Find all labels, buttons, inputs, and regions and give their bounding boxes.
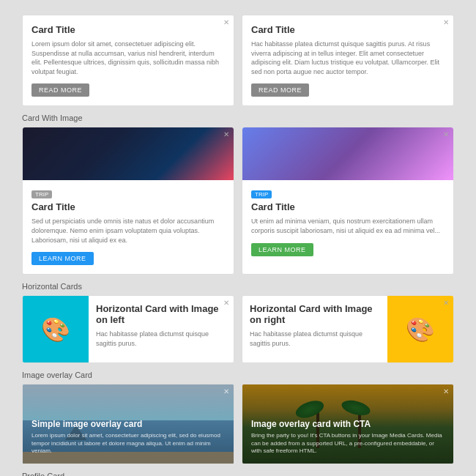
overlay-text-1: Lorem ipsum dolor sit amet, consectetuer… bbox=[31, 432, 225, 455]
palette-icon-1: 🎨 bbox=[41, 316, 70, 343]
horiz-card-title-2: Horizontal Card with Image on right bbox=[250, 303, 380, 325]
horizontal-card-1: ✕ 🎨 Horizontal Card with Image on left H… bbox=[22, 295, 234, 363]
close-icon-2[interactable]: ✕ bbox=[443, 18, 449, 26]
card-title-1: Card Title bbox=[31, 24, 225, 35]
card-image-2 bbox=[242, 127, 453, 180]
profile-section-label: Profile Card bbox=[22, 472, 454, 476]
basic-cards-row: ✕ Card Title Lorem ipsum dolor sit amet,… bbox=[22, 15, 454, 106]
card-text-2: Hac habitasse platea dictumst quisque sa… bbox=[251, 40, 445, 76]
read-more-button-2[interactable]: READ MORE bbox=[251, 83, 309, 97]
horiz-card-text-2: Hac habitasse platea dictumst quisque sa… bbox=[250, 330, 380, 348]
overlay-card-2: ✕ Image overlay card with CTA Bring the … bbox=[242, 384, 454, 464]
horiz-card-title-1: Horizontal Card with Image on left bbox=[96, 303, 226, 325]
image-card-title-2: Card Title bbox=[251, 201, 445, 212]
image-card-1: ✕ TRIP Card Title Sed ut perspiciatis un… bbox=[22, 127, 234, 275]
overlay-title-1: Simple image overlay card bbox=[31, 419, 225, 429]
basic-card-1: ✕ Card Title Lorem ipsum dolor sit amet,… bbox=[22, 15, 234, 106]
image-card-text-2: Ut enim ad minima veniam, quis nostrum e… bbox=[251, 217, 445, 235]
overlay-content-2: Image overlay card with CTA Bring the pa… bbox=[242, 384, 453, 464]
close-icon-7[interactable]: ✕ bbox=[223, 387, 229, 395]
overlay-card-1: ✕ Simple image overlay card Lorem ipsum … bbox=[22, 384, 234, 464]
overlay-content-1: Simple image overlay card Lorem ipsum do… bbox=[23, 384, 234, 464]
learn-more-button-1[interactable]: LEARN MORE bbox=[31, 252, 94, 265]
image-card-2: ✕ TRIP Card Title Ut enim ad minima veni… bbox=[242, 127, 454, 275]
close-icon-3[interactable]: ✕ bbox=[223, 130, 229, 138]
palette-icon-2: 🎨 bbox=[406, 316, 435, 343]
overlay-text-2: Bring the party to you! It's CTA buttons… bbox=[251, 432, 445, 455]
overlay-cards-row: ✕ Simple image overlay card Lorem ipsum … bbox=[22, 384, 454, 464]
page-wrapper: ✕ Card Title Lorem ipsum dolor sit amet,… bbox=[7, 7, 469, 476]
card-horiz-image-1: 🎨 bbox=[23, 296, 89, 362]
horizontal-section-label: Horizontal Cards bbox=[22, 282, 454, 291]
horizontal-cards-row: ✕ 🎨 Horizontal Card with Image on left H… bbox=[22, 295, 454, 363]
read-more-button-1[interactable]: READ MORE bbox=[31, 83, 89, 97]
horiz-card-content-2: Horizontal Card with Image on right Hac … bbox=[242, 296, 387, 362]
image-card-title-1: Card Title bbox=[31, 201, 225, 212]
horizontal-card-2: ✕ Horizontal Card with Image on right Ha… bbox=[242, 295, 454, 363]
image-section-label: Card With Image bbox=[22, 114, 454, 122]
image-card-text-1: Sed ut perspiciatis unde omnis iste natu… bbox=[31, 217, 225, 245]
close-icon-6[interactable]: ✕ bbox=[443, 299, 449, 307]
overlay-section-label: Image overlay Card bbox=[22, 371, 454, 379]
basic-card-2: ✕ Card Title Hac habitasse platea dictum… bbox=[242, 15, 454, 106]
card-title-2: Card Title bbox=[251, 24, 445, 35]
horiz-card-text-1: Hac habitasse platea dictumst quisque sa… bbox=[96, 330, 226, 348]
card-badge-1: TRIP bbox=[31, 190, 52, 198]
card-image-1 bbox=[23, 127, 234, 180]
close-icon-1[interactable]: ✕ bbox=[223, 18, 229, 26]
card-badge-2: TRIP bbox=[251, 190, 272, 198]
close-icon-5[interactable]: ✕ bbox=[223, 299, 229, 307]
close-icon-8[interactable]: ✕ bbox=[443, 387, 449, 395]
card-text-1: Lorem ipsum dolor sit amet, consectetuer… bbox=[31, 40, 225, 76]
learn-more-button-2[interactable]: LEARN MORE bbox=[251, 243, 313, 256]
overlay-title-2: Image overlay card with CTA bbox=[251, 419, 445, 429]
close-icon-4[interactable]: ✕ bbox=[443, 130, 449, 138]
image-cards-row: ✕ TRIP Card Title Sed ut perspiciatis un… bbox=[22, 127, 454, 275]
horiz-card-content-1: Horizontal Card with Image on left Hac h… bbox=[89, 296, 234, 362]
